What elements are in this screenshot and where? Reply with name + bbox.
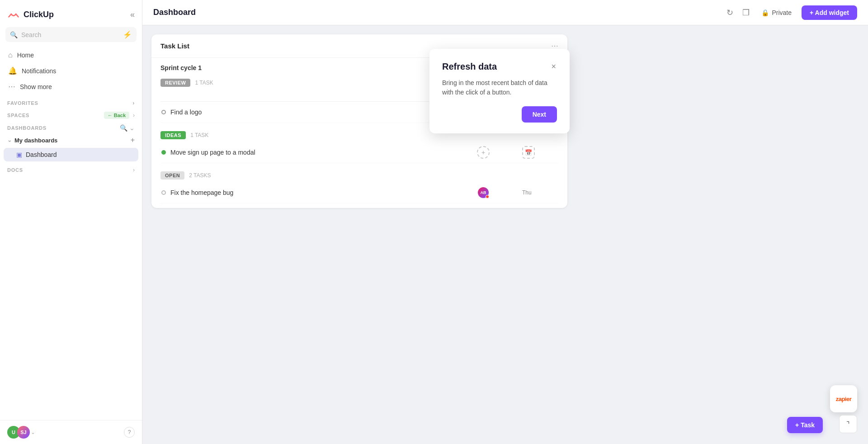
docs-section: DOCS ›: [0, 162, 142, 175]
favorites-chevron-icon: ›: [132, 100, 135, 106]
search-placeholder: Search: [21, 31, 41, 38]
task-dot-review: [161, 110, 166, 114]
ideas-task-row[interactable]: Move sign up page to a modal + 📅: [160, 142, 558, 163]
expand-button[interactable]: ❒: [741, 6, 751, 19]
dots-icon: ⋯: [8, 82, 15, 91]
add-widget-button[interactable]: + Add widget: [802, 5, 857, 20]
zapier-fab[interactable]: zapier: [830, 385, 857, 412]
spaces-section: SPACES ← Back ›: [0, 108, 142, 121]
private-button[interactable]: 🔒 Private: [757, 7, 796, 18]
ideas-task-count: 1 TASK: [190, 132, 208, 138]
ideas-status-badge: IDEAS: [160, 131, 186, 139]
review-task-count: 1 TASK: [195, 80, 213, 86]
add-task-label: + Task: [795, 421, 815, 429]
open-assignee[interactable]: AB: [477, 186, 518, 199]
popover-close-button[interactable]: ×: [550, 61, 557, 71]
avatar-chevron-icon[interactable]: ⌄: [31, 429, 35, 435]
nav-home-label: Home: [17, 52, 34, 59]
avatar-group[interactable]: U SJ ⌄: [7, 426, 35, 439]
popover-next-button[interactable]: Next: [522, 106, 557, 123]
main-body: Task List ⋯ Sprint cycle 1 REVIEW 1 TASK…: [142, 25, 868, 444]
dashboards-section: DASHBOARDS 🔍 ⌄: [0, 121, 142, 133]
clickup-logo-text: ClickUp: [24, 10, 54, 19]
bell-icon: 🔔: [8, 66, 17, 75]
nav-notifications-label: Notifications: [22, 67, 56, 75]
grid-fab-icon: ⌝: [846, 420, 850, 429]
zapier-label: zapier: [836, 396, 852, 402]
refresh-data-popover: Refresh data × Bring in the most recent …: [429, 49, 570, 133]
sidebar: ClickUp « 🔍 Search ⚡ ⌂ Home 🔔 Notificati…: [0, 0, 142, 444]
spaces-label: SPACES: [7, 113, 104, 118]
task-dot-green: [161, 150, 166, 155]
task-name: Find a logo: [170, 109, 472, 116]
lock-icon: 🔒: [761, 9, 769, 16]
popover-header: Refresh data ×: [442, 61, 557, 72]
dashboards-search-icon[interactable]: 🔍: [120, 124, 127, 132]
nav-items: ⌂ Home 🔔 Notifications ⋯ Show more: [0, 46, 142, 96]
page-title: Dashboard: [153, 8, 719, 17]
add-task-fab[interactable]: + Task: [787, 417, 823, 433]
lightning-button[interactable]: ⚡: [123, 30, 132, 39]
back-button[interactable]: ← Back: [104, 112, 129, 119]
open-task-name: Fix the homepage bug: [170, 189, 472, 196]
open-section: OPEN 2 TASKS Fix the homepage bug AB Thu: [151, 168, 567, 208]
my-dashboards-row[interactable]: ⌄ My dashboards +: [0, 133, 142, 147]
private-label: Private: [772, 9, 792, 16]
logo: ClickUp: [7, 8, 54, 21]
grid-fab[interactable]: ⌝: [839, 415, 857, 433]
nav-item-notifications[interactable]: 🔔 Notifications: [4, 63, 138, 79]
nav-item-home[interactable]: ⌂ Home: [4, 47, 138, 63]
back-arrow-icon: ←: [108, 113, 113, 118]
favorites-label: FAVORITES: [7, 100, 38, 106]
ideas-section: IDEAS 1 TASK Move sign up page to a moda…: [151, 128, 567, 168]
open-task-row[interactable]: Fix the homepage bug AB Thu: [160, 182, 558, 203]
open-assignee-avatar: AB: [477, 186, 490, 199]
open-task-count: 2 TASKS: [189, 172, 211, 179]
ideas-task-name: Move sign up page to a modal: [170, 149, 472, 156]
open-status-badge: OPEN: [160, 171, 184, 179]
dashboards-label: DASHBOARDS: [7, 125, 117, 131]
collapse-sidebar-button[interactable]: «: [130, 10, 135, 19]
nav-show-more-label: Show more: [20, 83, 52, 90]
dashboard-item[interactable]: ▣ Dashboard: [4, 148, 138, 161]
search-bar[interactable]: 🔍 Search ⚡: [5, 27, 137, 42]
widget-title: Task List: [160, 42, 189, 50]
refresh-button[interactable]: ↻: [725, 6, 735, 19]
header-icons: ↻ ❒ 🔒 Private + Add widget: [725, 5, 857, 20]
dashboard-item-label: Dashboard: [26, 151, 57, 158]
open-section-header: OPEN 2 TASKS: [160, 168, 558, 182]
sidebar-top: ClickUp «: [0, 0, 142, 25]
add-widget-label: + Add widget: [810, 9, 849, 16]
my-dashboards-label: My dashboards: [14, 137, 57, 144]
add-dashboard-button[interactable]: +: [131, 136, 135, 144]
ideas-assignee-empty[interactable]: +: [477, 146, 518, 159]
popover-title: Refresh data: [442, 61, 497, 72]
search-icon: 🔍: [10, 31, 18, 38]
dashboards-icons: 🔍 ⌄: [120, 124, 135, 132]
docs-label: DOCS: [7, 167, 133, 173]
docs-chevron-icon[interactable]: ›: [133, 167, 135, 173]
back-label: Back: [114, 113, 126, 118]
main-header: Dashboard ↻ ❒ 🔒 Private + Add widget: [142, 0, 868, 25]
ideas-calendar-icon[interactable]: 📅: [522, 146, 535, 159]
home-icon: ⌂: [8, 51, 13, 59]
grid-icon: ▣: [16, 151, 22, 158]
spaces-chevron-icon[interactable]: ›: [133, 112, 135, 118]
dashboards-chevron-icon[interactable]: ⌄: [129, 124, 135, 132]
sidebar-bottom: U SJ ⌄ ?: [0, 420, 142, 444]
popover-description: Bring in the most recent batch of data w…: [442, 78, 557, 97]
review-status-badge: REVIEW: [160, 79, 190, 87]
task-dot-gray: [161, 190, 166, 195]
clickup-logo-icon: [7, 8, 20, 21]
open-due-text: Thu: [522, 189, 532, 196]
nav-item-show-more[interactable]: ⋯ Show more: [4, 79, 138, 94]
my-dashboards-arrow-icon: ⌄: [7, 137, 12, 143]
favorites-section[interactable]: FAVORITES ›: [0, 96, 142, 108]
main-content: Dashboard ↻ ❒ 🔒 Private + Add widget Tas…: [142, 0, 868, 444]
ideas-due-date-empty[interactable]: 📅: [522, 146, 558, 159]
ideas-assignee-add-icon[interactable]: +: [477, 146, 490, 159]
help-button[interactable]: ?: [124, 427, 135, 438]
avatar-sj: SJ: [17, 426, 30, 439]
open-due-date[interactable]: Thu: [522, 189, 558, 196]
